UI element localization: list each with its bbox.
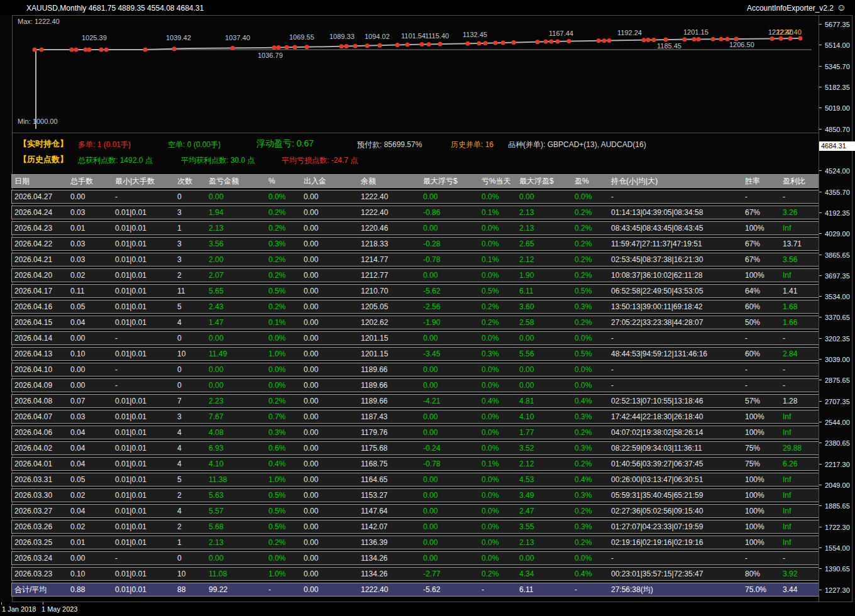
price-scale-label: 5182.35 [825, 84, 850, 91]
table-cell: 04:07:02|19:38:02|58:26:14 [609, 426, 742, 439]
table-cell: 2.43 [206, 300, 266, 313]
table-cell: Inf [780, 505, 817, 517]
table-header-cell: 出入金 [301, 175, 358, 187]
table-header-cell: 胜率 [742, 175, 780, 187]
table-cell: 2026.04.15 [12, 316, 68, 329]
table-cell: 0.01|0.01 [113, 442, 175, 454]
table-cell: 0.0% [266, 552, 301, 564]
table-cell: Inf [780, 473, 817, 486]
equity-point-label: 1025.39 [82, 34, 107, 41]
table-cell: 2026.03.24 [12, 552, 68, 564]
table-cell: 0.00 [68, 190, 113, 203]
trade-dot [683, 37, 687, 41]
table-cell: 0.00 [301, 489, 358, 502]
table-cell: 0.6% [266, 442, 301, 454]
smiley-icon[interactable]: ☺ [837, 3, 846, 12]
table-cell: 6.11 [517, 583, 572, 596]
table-cell: - [780, 552, 817, 564]
table-row: 2026.04.010.040.01|0.0144.100.4%0.001168… [11, 457, 819, 471]
table-cell: 100% [742, 505, 780, 517]
table-cell: 1210.70 [358, 285, 421, 297]
trade-dot [231, 46, 235, 50]
table-cell: 0 [175, 332, 206, 344]
trade-dot [494, 41, 498, 45]
table-cell: 0.2% [572, 316, 609, 329]
table-cell: 0.0% [479, 536, 517, 549]
table-cell: 02:52:13|07:10:55|13:18:46 [609, 395, 742, 407]
table-cell: 0.4% [479, 395, 517, 407]
table-cell: 1 [175, 536, 206, 549]
table-header-cell: 亏%当天 [479, 175, 517, 187]
trade-dot [597, 38, 601, 43]
trade-dot [143, 47, 148, 52]
price-tick [819, 192, 822, 192]
table-cell: 2.12 [517, 458, 572, 470]
table-cell: 0.3% [572, 300, 609, 313]
table-cell: 0.0% [479, 363, 517, 376]
table-cell: 0.2% [266, 206, 301, 219]
table-cell: 0.0% [479, 426, 517, 439]
table-cell: - [113, 332, 175, 344]
table-cell: 2026.04.22 [12, 238, 68, 250]
table-cell: 5 [175, 473, 206, 486]
trade-dot [405, 43, 410, 47]
table-cell: 0.3% [572, 442, 609, 454]
table-cell: 0.2% [479, 300, 517, 313]
table-cell: 0.03 [68, 410, 113, 423]
equity-point-label: 1222.40 [776, 28, 802, 36]
table-row: 2026.04.160.050.01|0.0152.430.2%0.001205… [11, 300, 819, 314]
table-cell: 3.56 [780, 253, 817, 266]
table-cell: Inf [780, 222, 817, 234]
price-scale-label: 4192.35 [825, 209, 850, 217]
table-cell: 88 [175, 583, 206, 596]
equity-point-label: 1089.33 [329, 33, 355, 40]
price-tick [819, 275, 822, 276]
equity-chart[interactable]: Max: 1222.40 Min: 1000.00 1025.391039.42… [16, 15, 819, 133]
table-cell: 2026.03.25 [12, 536, 68, 549]
table-cell: 0.00 [301, 285, 358, 297]
trade-dot [602, 38, 607, 43]
price-tick [819, 590, 822, 590]
table-cell: 75% [742, 458, 780, 470]
price-tick [819, 380, 822, 380]
table-cell: 7 [175, 395, 206, 407]
table-cell: 2.13 [206, 536, 266, 549]
table-cell: 0.00 [301, 520, 358, 533]
table-cell: 1.0% [266, 473, 301, 486]
table-cell: 75% [742, 442, 780, 454]
table-cell: 1168.75 [358, 458, 421, 470]
price-scale-label: 2707.35 [825, 398, 850, 405]
table-cell: 1222.40 [358, 190, 421, 203]
table-cell: 6.26 [780, 458, 817, 470]
table-cell: 13:50:13|39:00:11|69:18:42 [609, 300, 742, 313]
table-cell: 0.01|0.01 [113, 316, 175, 329]
table-cell: 0.0% [479, 489, 517, 502]
equity-point-label: 1037.40 [225, 34, 250, 41]
table-cell: 02:27:36|05:02:56|09:15:40 [609, 505, 742, 517]
trade-dot [697, 37, 701, 41]
table-cell: 0.4% [572, 568, 609, 580]
table-cell: 4.34 [517, 568, 572, 580]
table-cell: 2.23 [206, 395, 266, 407]
table-cell: 0.00 [301, 253, 358, 266]
table-cell: 2.58 [517, 316, 572, 329]
time-axis[interactable]: 1 Jan 2018 1 May 2023 [0, 602, 855, 616]
trade-dot [74, 48, 79, 52]
table-cell: 0.0% [266, 379, 301, 392]
table-cell: 1.41 [780, 285, 817, 297]
table-cell: 5.56 [517, 348, 572, 360]
table-cell: 2.12 [517, 253, 572, 266]
table-cell: 0.00 [517, 332, 572, 344]
table-cell: - [609, 552, 742, 564]
table-cell: 0.00 [517, 552, 572, 564]
table-cell: 02:19:16|02:19:16|02:19:16 [609, 536, 742, 549]
table-cell: 0.00 [206, 379, 266, 392]
trade-dot [293, 45, 297, 50]
price-tick [819, 527, 822, 527]
table-cell: 2.84 [780, 348, 817, 360]
table-cell: 4.81 [517, 395, 572, 407]
price-scale[interactable]: 5677.355514.005345.705182.355019.004850.… [819, 15, 855, 602]
table-cell: 0.00 [68, 379, 113, 392]
table-cell: 08:22:59|09:34:03|11:36:11 [609, 442, 742, 454]
table-cell: 67% [742, 253, 780, 266]
